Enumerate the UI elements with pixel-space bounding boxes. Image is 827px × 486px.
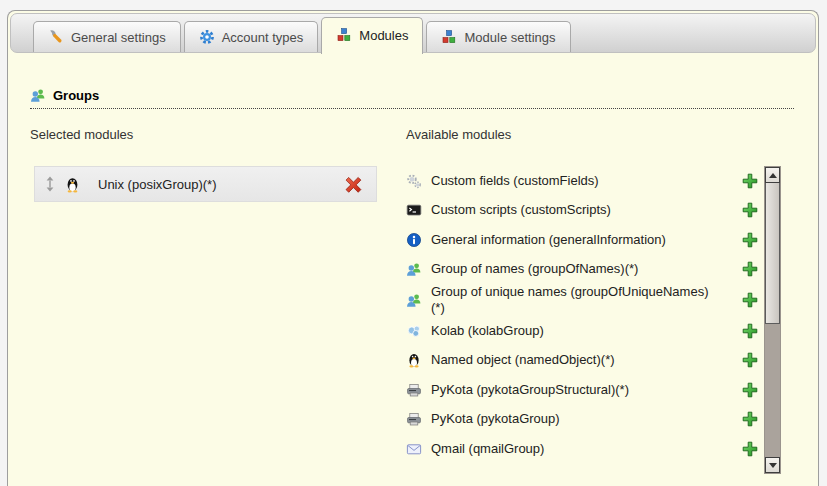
modules-icon xyxy=(441,29,457,45)
tab-account-types[interactable]: Account types xyxy=(184,21,319,52)
add-module-button[interactable] xyxy=(742,411,758,427)
scrollbar[interactable] xyxy=(764,166,781,474)
scroll-down-button[interactable] xyxy=(765,457,780,473)
add-module-button[interactable] xyxy=(742,382,758,398)
modules-columns: Selected modules Unix (posixGroup)(*) Av… xyxy=(30,127,818,474)
group-icon xyxy=(406,261,422,277)
tab-bar: General settings Account types Modules M… xyxy=(10,13,816,53)
modules-icon xyxy=(336,27,352,43)
printer-icon xyxy=(406,411,422,427)
available-module-row: Custom scripts (customScripts) xyxy=(406,196,763,226)
module-label: PyKota (pykotaGroupStructural)(*) xyxy=(431,382,629,398)
tab-label: Module settings xyxy=(464,30,555,45)
module-label: Group of names (groupOfNames)(*) xyxy=(431,261,638,277)
section-title: Groups xyxy=(53,88,99,103)
gears-icon xyxy=(406,173,422,189)
add-module-button[interactable] xyxy=(742,292,758,308)
available-module-row: Qmail (qmailGroup) xyxy=(406,434,763,464)
add-module-button[interactable] xyxy=(742,352,758,368)
tab-label: Modules xyxy=(359,28,408,43)
tab-general-settings[interactable]: General settings xyxy=(33,21,181,52)
printer-icon xyxy=(406,382,422,398)
remove-module-button[interactable] xyxy=(345,176,362,193)
module-label: Qmail (qmailGroup) xyxy=(431,441,544,457)
selected-modules-column: Selected modules Unix (posixGroup)(*) xyxy=(30,127,386,474)
available-modules-heading: Available modules xyxy=(406,127,781,142)
kolab-icon xyxy=(406,323,422,339)
available-modules-list: Custom fields (customFields) Custom scri… xyxy=(406,166,763,474)
info-icon xyxy=(406,232,422,248)
add-module-button[interactable] xyxy=(742,232,758,248)
add-module-button[interactable] xyxy=(742,202,758,218)
available-module-row: Group of names (groupOfNames)(*) xyxy=(406,255,763,285)
terminal-icon xyxy=(406,202,422,218)
available-module-row: PyKota (pykotaGroupStructural)(*) xyxy=(406,375,763,405)
add-module-button[interactable] xyxy=(742,441,758,457)
available-module-row: Kolab (kolabGroup) xyxy=(406,316,763,346)
selected-module-row: Unix (posixGroup)(*) xyxy=(34,166,377,202)
group-icon xyxy=(406,292,422,308)
available-module-row: PyKota (pykotaGroup) xyxy=(406,405,763,435)
selected-modules-list: Unix (posixGroup)(*) xyxy=(30,166,386,202)
module-label: Kolab (kolabGroup) xyxy=(431,323,544,339)
module-label: PyKota (pykotaGroup) xyxy=(431,411,560,427)
scroll-up-icon xyxy=(769,173,777,178)
tux-icon xyxy=(64,176,81,193)
available-modules-list-wrap: Custom fields (customFields) Custom scri… xyxy=(406,166,781,474)
add-module-button[interactable] xyxy=(742,261,758,277)
scrollbar-track[interactable] xyxy=(765,324,780,457)
wrench-icon xyxy=(48,29,64,45)
scroll-up-button[interactable] xyxy=(765,167,780,183)
scroll-down-icon xyxy=(769,463,777,468)
groups-section-header: Groups xyxy=(30,87,794,109)
available-module-row: General information (generalInformation) xyxy=(406,225,763,255)
drag-handle-icon[interactable] xyxy=(44,176,56,192)
envelope-icon xyxy=(406,441,422,457)
tab-label: Account types xyxy=(222,30,304,45)
gear-icon xyxy=(199,29,215,45)
module-label: General information (generalInformation) xyxy=(431,232,666,248)
available-module-row: Custom fields (customFields) xyxy=(406,166,763,196)
config-window: General settings Account types Modules M… xyxy=(7,10,819,486)
module-label: Custom scripts (customScripts) xyxy=(431,202,611,218)
available-module-row: Group of unique names (groupOfUniqueName… xyxy=(406,284,763,316)
module-label: Custom fields (customFields) xyxy=(431,173,599,189)
tab-modules[interactable]: Modules xyxy=(321,17,423,54)
add-module-button[interactable] xyxy=(742,323,758,339)
selected-module-label: Unix (posixGroup)(*) xyxy=(98,177,216,192)
module-label: Named object (namedObject)(*) xyxy=(431,352,615,368)
add-module-button[interactable] xyxy=(742,173,758,189)
module-label: Group of unique names (groupOfUniqueName… xyxy=(431,284,721,316)
available-module-row: Named object (namedObject)(*) xyxy=(406,346,763,376)
tux-icon xyxy=(406,352,422,368)
groups-icon xyxy=(30,87,46,103)
available-modules-column: Available modules Custom fields (customF… xyxy=(406,127,781,474)
tab-module-settings[interactable]: Module settings xyxy=(426,21,570,52)
scrollbar-thumb[interactable] xyxy=(765,183,780,324)
tab-label: General settings xyxy=(71,30,166,45)
selected-modules-heading: Selected modules xyxy=(30,127,386,142)
